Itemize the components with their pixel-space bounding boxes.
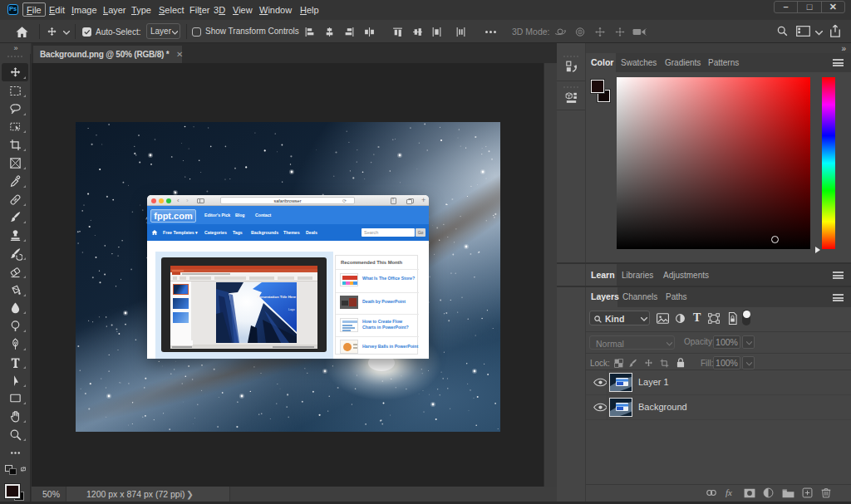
svg-text:Logo: Logo [288, 308, 295, 311]
svg-text:Presentation Title Here: Presentation Title Here [258, 295, 297, 299]
